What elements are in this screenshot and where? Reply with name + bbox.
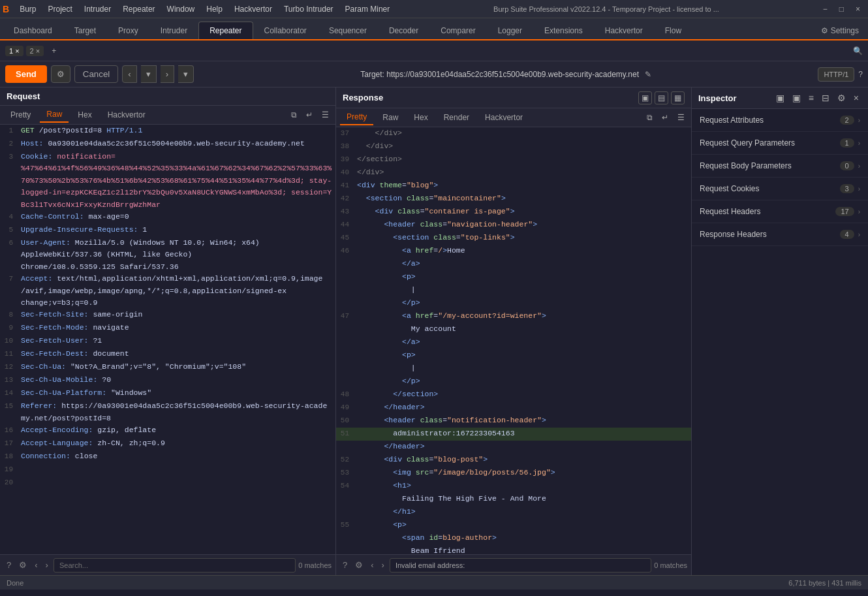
response-view-grid-icon[interactable]: ▣ bbox=[638, 91, 652, 104]
tab-flow[interactable]: Flow bbox=[654, 22, 692, 39]
menu-turbo-intruder[interactable]: Turbo Intruder bbox=[279, 3, 339, 15]
menu-help[interactable]: Help bbox=[201, 3, 228, 15]
prev-request-button[interactable]: ‹ bbox=[122, 65, 136, 83]
app-icon: B bbox=[3, 4, 9, 14]
tab-decoder[interactable]: Decoder bbox=[378, 22, 429, 39]
response-tab-hex[interactable]: Hex bbox=[407, 110, 434, 125]
request-settings-icon[interactable]: ⚙ bbox=[16, 559, 29, 571]
tab-hackvertor[interactable]: Hackvertor bbox=[594, 22, 654, 39]
request-search-input[interactable] bbox=[54, 558, 296, 572]
inspector-sort-icon[interactable]: ≡ bbox=[806, 91, 816, 104]
inspector-request-headers[interactable]: Request Headers 17 › bbox=[692, 200, 868, 223]
help-icon[interactable]: ? bbox=[858, 70, 863, 79]
menu-hackvertor[interactable]: Hackvertor bbox=[229, 3, 277, 15]
response-line-54c: </h1> bbox=[336, 506, 691, 519]
tab-dashboard[interactable]: Dashboard bbox=[3, 22, 63, 39]
search-icon[interactable]: 🔍 bbox=[853, 46, 863, 55]
response-tab-raw[interactable]: Raw bbox=[376, 110, 405, 125]
settings-gear-button[interactable]: ⚙ bbox=[51, 65, 70, 83]
tab-comparer[interactable]: Comparer bbox=[429, 22, 486, 39]
response-line-55b: <span id=blog-author> bbox=[336, 532, 691, 545]
request-help-icon[interactable]: ? bbox=[4, 559, 14, 571]
tab-target[interactable]: Target bbox=[63, 22, 107, 39]
response-line-47c: </a> bbox=[336, 336, 691, 349]
settings-button[interactable]: ⚙ Settings bbox=[814, 22, 865, 39]
tab-logger[interactable]: Logger bbox=[487, 22, 533, 39]
nav-tabs: Dashboard Target Proxy Intruder Repeater… bbox=[0, 18, 868, 40]
response-prev-icon[interactable]: ‹ bbox=[368, 559, 376, 571]
inspector-list-icon[interactable]: ▣ bbox=[790, 91, 803, 104]
response-line-46: 46 <a href=/>Home bbox=[336, 245, 691, 258]
response-view-split-icon[interactable]: ▤ bbox=[655, 91, 668, 104]
menu-param-miner[interactable]: Param Miner bbox=[340, 3, 395, 15]
next-dropdown-button[interactable]: ▾ bbox=[178, 65, 194, 83]
tab-sequencer[interactable]: Sequencer bbox=[318, 22, 378, 39]
menu-burp[interactable]: Burp bbox=[14, 3, 41, 15]
request-prev-icon[interactable]: ‹ bbox=[32, 559, 40, 571]
inspector-close-icon[interactable]: × bbox=[851, 91, 861, 104]
prev-dropdown-button[interactable]: ▾ bbox=[141, 65, 157, 83]
request-line-20: 20 bbox=[0, 477, 335, 490]
menu-repeater[interactable]: Repeater bbox=[117, 3, 160, 15]
inspector-request-attributes[interactable]: Request Attributes 2 › bbox=[692, 109, 868, 132]
request-tab-raw[interactable]: Raw bbox=[40, 107, 69, 123]
next-request-button[interactable]: › bbox=[161, 65, 174, 83]
request-code-area[interactable]: 1 GET /post?postId=8 HTTP/1.1 2 Host: 0a… bbox=[0, 125, 335, 554]
tab-extensions[interactable]: Extensions bbox=[533, 22, 594, 39]
inspector-query-params[interactable]: Request Query Parameters 1 › bbox=[692, 132, 868, 155]
response-menu-icon[interactable]: ☰ bbox=[675, 112, 687, 123]
cancel-button[interactable]: Cancel bbox=[74, 65, 119, 83]
send-button[interactable]: Send bbox=[5, 65, 47, 83]
main-content: Request Pretty Raw Hex Hackvertor ⧉ ↵ ☰ … bbox=[0, 87, 868, 575]
request-tab-hackvertor[interactable]: Hackvertor bbox=[101, 108, 152, 122]
tab-intruder[interactable]: Intruder bbox=[149, 22, 198, 39]
response-view-full-icon[interactable]: ▦ bbox=[671, 91, 685, 104]
inspector-response-headers[interactable]: Response Headers 4 › bbox=[692, 223, 868, 246]
minimize-button[interactable]: − bbox=[818, 3, 833, 15]
tab-repeater[interactable]: Repeater bbox=[198, 22, 253, 39]
request-panel-tabs: Pretty Raw Hex Hackvertor ⧉ ↵ ☰ bbox=[0, 106, 335, 125]
response-tab-hackvertor[interactable]: Hackvertor bbox=[478, 110, 529, 125]
request-line-11: 11 Sec-Fetch-Dest: document bbox=[0, 348, 335, 361]
request-menu-icon[interactable]: ☰ bbox=[319, 109, 332, 121]
menu-window[interactable]: Window bbox=[162, 3, 200, 15]
response-line-55: 55 <p> bbox=[336, 519, 691, 532]
request-tab-hex[interactable]: Hex bbox=[71, 108, 98, 122]
tab-collaborator[interactable]: Collaborator bbox=[253, 22, 318, 39]
response-line-47d: <p> bbox=[336, 349, 691, 362]
response-tab-render[interactable]: Render bbox=[437, 110, 476, 125]
response-ln-icon[interactable]: ↵ bbox=[659, 112, 671, 123]
request-line-16: 16 Accept-Encoding: gzip, deflate bbox=[0, 424, 335, 437]
new-tab-button[interactable]: + bbox=[46, 44, 61, 58]
menu-intruder[interactable]: Intruder bbox=[79, 3, 116, 15]
menu-project[interactable]: Project bbox=[42, 3, 77, 15]
inspector-collapse-icon[interactable]: ⊟ bbox=[819, 91, 832, 104]
response-code-area[interactable]: 37 </div> 38 </div> 39 </section> 40 </d… bbox=[336, 127, 691, 554]
response-search-input[interactable] bbox=[390, 558, 651, 572]
response-line-47e: | bbox=[336, 362, 691, 375]
response-settings-icon[interactable]: ⚙ bbox=[352, 559, 365, 571]
inspector-chevron-1: › bbox=[858, 140, 860, 147]
request-tab-pretty[interactable]: Pretty bbox=[4, 108, 37, 122]
inspector-settings-icon[interactable]: ⚙ bbox=[835, 91, 848, 104]
request-copy-icon[interactable]: ⧉ bbox=[288, 109, 300, 121]
inspector-grid-icon[interactable]: ▣ bbox=[773, 91, 787, 104]
inspector-header: Inspector ▣ ▣ ≡ ⊟ ⚙ × bbox=[692, 87, 868, 109]
maximize-button[interactable]: □ bbox=[834, 3, 849, 15]
tab-2[interactable]: 2 × bbox=[26, 46, 44, 56]
response-tab-pretty[interactable]: Pretty bbox=[340, 110, 373, 125]
tab-proxy[interactable]: Proxy bbox=[107, 22, 149, 39]
response-next-icon[interactable]: › bbox=[379, 559, 387, 571]
response-line-54b: Failing The High Five - And More bbox=[336, 493, 691, 506]
response-help-icon[interactable]: ? bbox=[340, 559, 350, 571]
response-line-41: 41 <div theme="blog"> bbox=[336, 180, 691, 193]
request-ln-icon[interactable]: ↵ bbox=[303, 109, 315, 121]
response-copy-icon[interactable]: ⧉ bbox=[644, 112, 655, 123]
inspector-body-params[interactable]: Request Body Parameters 0 › bbox=[692, 155, 868, 178]
response-line-55c: Beam Ifriend bbox=[336, 545, 691, 554]
request-next-icon[interactable]: › bbox=[43, 559, 51, 571]
edit-target-button[interactable]: ✎ bbox=[645, 70, 651, 79]
tab-1[interactable]: 1 × bbox=[5, 46, 23, 56]
inspector-cookies[interactable]: Request Cookies 3 › bbox=[692, 178, 868, 200]
close-button[interactable]: × bbox=[850, 3, 865, 15]
